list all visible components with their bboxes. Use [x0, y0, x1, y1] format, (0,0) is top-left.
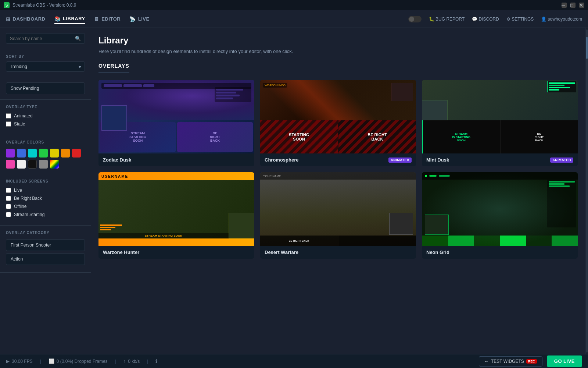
test-widgets-label: TEST WIDGETS: [491, 359, 524, 364]
maximize-button[interactable]: □: [570, 3, 576, 8]
color-orange[interactable]: [61, 149, 70, 158]
nav-item-live[interactable]: 📡 LIVE: [129, 15, 149, 24]
dropped-frames-value: 0 (0.0%) Dropped Frames: [57, 359, 108, 364]
offline-label: Offline: [14, 204, 26, 209]
war-bottom-bar: BE RIGHT BACK: [260, 236, 416, 246]
color-rainbow[interactable]: [50, 160, 59, 169]
scrollbar-thumb[interactable]: [586, 37, 588, 59]
color-gray[interactable]: [39, 160, 48, 169]
close-button[interactable]: ✕: [579, 3, 584, 8]
color-black[interactable]: [28, 160, 37, 169]
chrome-webcam: [391, 83, 413, 101]
show-pending-button[interactable]: Show Pending: [6, 82, 85, 94]
go-live-button[interactable]: GO LIVE: [547, 355, 582, 367]
content-area: Library Here you'll find hundreds of des…: [91, 28, 585, 354]
nav-item-dashboard[interactable]: ⊞ DASHBOARD: [6, 15, 46, 24]
mint-top: [422, 80, 578, 120]
minimize-button[interactable]: ─: [562, 3, 567, 8]
fps-value: 30.00 FPS: [12, 359, 33, 364]
titlebar-left: S Streamlabs OBS - Version: 0.8.9: [4, 2, 76, 8]
top-navigation: ⊞ DASHBOARD 📚 LIBRARY 🖥 EDITOR 📡 LIVE 🐛 …: [0, 10, 588, 28]
zodiac-name: Zodiac Dusk: [103, 157, 131, 163]
sidebar: 🔍 SORT BY Trending Newest Most Popular S…: [0, 28, 91, 354]
static-checkbox[interactable]: [6, 121, 11, 127]
search-input[interactable]: [10, 36, 72, 41]
scrollbar-track[interactable]: [586, 29, 588, 353]
discord-link[interactable]: 💬 DISCORD: [472, 17, 499, 22]
war-top-bar: YOUR NAME: [260, 172, 416, 180]
color-pink[interactable]: [6, 160, 15, 169]
scifi-dot-2: [429, 175, 437, 177]
scifi-dot-1: [425, 175, 427, 177]
color-cyan[interactable]: [28, 149, 37, 158]
overlay-colors-label: OVERLAY COLORS: [6, 140, 85, 144]
mint-hud-line-2: [549, 85, 564, 86]
main-area: 🔍 SORT BY Trending Newest Most Popular S…: [0, 28, 588, 354]
stream-starting-checkbox[interactable]: [6, 212, 11, 217]
frames-icon: ⬜: [49, 358, 54, 364]
pubg-hud-line-2: [100, 227, 115, 228]
mint-label-row: Mint Dusk ANIMATED: [422, 153, 578, 166]
color-red[interactable]: [72, 149, 81, 158]
nav-label-live: LIVE: [138, 16, 150, 22]
overlay-card-scifi[interactable]: Neon Grid: [422, 172, 578, 259]
color-yellow[interactable]: [50, 149, 59, 158]
color-blue[interactable]: [17, 149, 26, 158]
nav-item-editor[interactable]: 🖥 EDITOR: [94, 15, 121, 24]
editor-icon: 🖥: [94, 16, 100, 22]
rec-badge: REC: [526, 359, 537, 364]
checkbox-animated[interactable]: Animated: [6, 113, 85, 118]
overlay-card-mint-dusk[interactable]: STREAMIS STARTINGSOON BERIGHTBACK Mint D…: [422, 80, 578, 166]
search-box[interactable]: 🔍: [6, 33, 85, 44]
scifi-side-hud: [547, 180, 576, 227]
animated-checkbox[interactable]: [6, 113, 11, 118]
overlays-grid: STREAMSTARTINGSOON BERIGHTBACK Zodiac Du…: [98, 80, 578, 259]
color-white[interactable]: [17, 160, 26, 169]
overlay-type-label: OVERLAY TYPE: [6, 105, 85, 109]
section-header: OVERLAYS: [98, 63, 129, 72]
offline-checkbox[interactable]: [6, 204, 11, 209]
scifi-webcam: [425, 215, 449, 235]
scifi-hud-line-3: [549, 185, 570, 187]
pubg-top-bar: USERNAME: [98, 172, 254, 180]
sort-select[interactable]: Trending Newest Most Popular: [6, 61, 85, 72]
pubg-hud-line-3: [100, 229, 111, 230]
checkbox-live[interactable]: Live: [6, 188, 85, 193]
color-grid: [6, 149, 85, 169]
pending-section: Show Pending: [0, 77, 91, 100]
window-controls[interactable]: ─ □ ✕: [560, 3, 584, 8]
test-widgets-button[interactable]: ← TEST WIDGETS REC: [479, 356, 542, 367]
search-section: 🔍: [0, 28, 91, 49]
overlay-card-war[interactable]: YOUR NAME BE RIGHT BACK Desert Warfare: [260, 172, 416, 259]
overlay-card-pubg[interactable]: USERNAME STREAM STARTING SOON Warzone Hu…: [98, 172, 254, 259]
scifi-label-row: Neon Grid: [422, 246, 578, 259]
settings-link[interactable]: ⚙ SETTINGS: [506, 17, 534, 22]
info-icon[interactable]: ℹ: [155, 358, 157, 364]
checkbox-offline[interactable]: Offline: [6, 204, 85, 209]
color-green[interactable]: [39, 149, 48, 158]
checkbox-static[interactable]: Static: [6, 121, 85, 127]
category-fps[interactable]: First Person Shooter: [6, 239, 85, 251]
war-label-row: Desert Warfare: [260, 246, 416, 259]
category-action[interactable]: Action: [6, 253, 85, 265]
preview-war: YOUR NAME BE RIGHT BACK: [260, 172, 416, 246]
checkbox-stream-starting[interactable]: Stream Starting: [6, 212, 85, 217]
right-scrollbar[interactable]: [585, 28, 588, 354]
zodiac-avatar: [101, 105, 127, 131]
scifi-top-hud: [422, 172, 578, 180]
nav-right: 🐛 BUG REPORT 💬 DISCORD ⚙ SETTINGS 👤 sowh…: [408, 16, 582, 22]
bug-report-link[interactable]: 🐛 BUG REPORT: [429, 17, 465, 22]
live-label: Live: [14, 188, 22, 193]
overlay-card-zodiac-dusk[interactable]: STREAMSTARTINGSOON BERIGHTBACK Zodiac Du…: [98, 80, 254, 166]
live-checkbox[interactable]: [6, 188, 11, 193]
scifi-bar-2: [448, 236, 474, 246]
fps-display: ▶ 30.00 FPS: [6, 358, 33, 364]
brb-checkbox[interactable]: [6, 196, 11, 201]
checkbox-be-right-back[interactable]: Be Right Back: [6, 196, 85, 201]
theme-toggle[interactable]: [408, 16, 422, 22]
nav-item-library[interactable]: 📚 LIBRARY: [54, 14, 85, 24]
dropped-frames-display: ⬜ 0 (0.0%) Dropped Frames: [49, 358, 108, 364]
color-purple[interactable]: [6, 149, 15, 158]
overlay-card-chromosphere[interactable]: WEAPON INFO STARTINGSOON BE RIGHTBACK Ch…: [260, 80, 416, 166]
user-link[interactable]: 👤 sowhoyoudotcom: [541, 17, 582, 22]
